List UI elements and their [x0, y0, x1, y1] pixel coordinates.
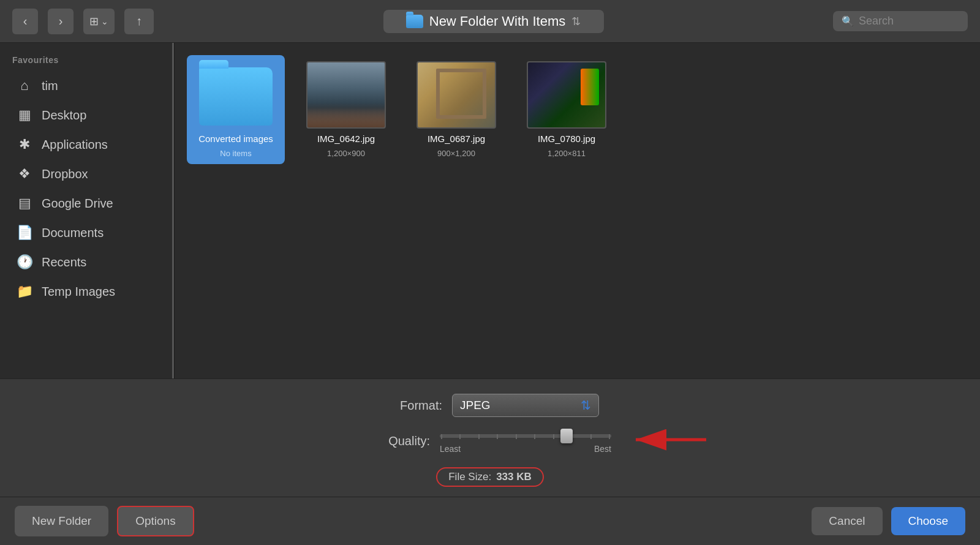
- search-icon: 🔍: [842, 15, 854, 27]
- quality-label: Quality:: [369, 434, 430, 448]
- file-browser: Converted images No items IMG_0642.jpg 1…: [175, 43, 980, 378]
- sidebar-item-desktop[interactable]: ▦ Desktop: [4, 100, 170, 130]
- sidebar-item-label: Desktop: [42, 108, 86, 122]
- forward-button[interactable]: ›: [48, 9, 74, 34]
- choose-button[interactable]: Choose: [891, 507, 966, 535]
- main-area: Favourites ⌂ tim ▦ Desktop ✱ Application…: [0, 43, 980, 378]
- google-drive-icon: ▤: [16, 195, 33, 212]
- file-name: IMG_0780.jpg: [538, 133, 595, 144]
- recents-icon: 🕐: [16, 254, 33, 271]
- sidebar-item-google-drive[interactable]: ▤ Google Drive: [4, 189, 170, 218]
- slider-ticks: [440, 434, 611, 439]
- tick: [553, 434, 554, 439]
- quality-slider-thumb[interactable]: [560, 429, 573, 443]
- folder-title-text: New Folder With Items: [429, 13, 566, 29]
- folder-icon: [406, 15, 423, 28]
- applications-icon: ✱: [16, 136, 33, 153]
- dropbox-icon: ❖: [16, 165, 33, 182]
- tick: [534, 434, 535, 439]
- cancel-button[interactable]: Cancel: [812, 507, 882, 535]
- image-thumbnail-0687: [417, 61, 496, 129]
- file-item-converted-images[interactable]: Converted images No items: [187, 55, 285, 164]
- tick: [590, 434, 592, 439]
- file-item-img-0780[interactable]: IMG_0780.jpg 1,200×811: [518, 55, 616, 164]
- back-button[interactable]: ‹: [12, 9, 38, 34]
- slider-track: [440, 434, 611, 438]
- quality-slider-container: Least Best: [440, 428, 611, 454]
- upload-icon: ↑: [136, 14, 142, 28]
- buttons-right: Cancel Choose: [812, 507, 965, 535]
- tick: [516, 434, 517, 439]
- file-subtitle: No items: [220, 149, 251, 158]
- bottom-panel: Format: JPEG ⇅ Quality:: [0, 378, 980, 545]
- options-button[interactable]: Options: [117, 506, 194, 536]
- image-thumbnail-0780: [527, 61, 606, 129]
- options-panel: Format: JPEG ⇅ Quality:: [0, 379, 980, 497]
- sidebar-item-dropbox[interactable]: ❖ Dropbox: [4, 159, 170, 189]
- format-select[interactable]: JPEG ⇅: [452, 394, 599, 417]
- sidebar: Favourites ⌂ tim ▦ Desktop ✱ Application…: [0, 43, 175, 378]
- home-icon: ⌂: [16, 77, 33, 94]
- titlebar: ‹ › ⊞ ⌄ ↑ New Folder With Items ⇅ 🔍: [0, 0, 980, 43]
- slider-best-label: Best: [594, 444, 611, 454]
- new-folder-button[interactable]: New Folder: [15, 506, 108, 536]
- slider-labels: Least Best: [440, 444, 611, 454]
- search-input[interactable]: [859, 15, 957, 28]
- sidebar-item-label: Google Drive: [42, 197, 113, 211]
- tick: [497, 434, 498, 439]
- sidebar-item-label: tim: [42, 79, 58, 93]
- folder-thumbnail: [196, 61, 276, 129]
- tick: [441, 434, 442, 439]
- file-name: Converted images: [198, 133, 273, 144]
- format-label: Format:: [381, 399, 442, 413]
- format-chevron-icon: ⇅: [581, 398, 591, 413]
- buttons-left: New Folder Options: [15, 506, 194, 536]
- red-arrow-annotation: [624, 424, 709, 457]
- temp-images-icon: 📁: [16, 283, 33, 300]
- sidebar-resize-handle[interactable]: [172, 43, 174, 378]
- folder-thumb-icon: [199, 67, 273, 126]
- file-subtitle: 1,200×900: [327, 149, 365, 158]
- sidebar-item-recents[interactable]: 🕐 Recents: [4, 247, 170, 277]
- sidebar-item-label: Applications: [42, 138, 108, 152]
- documents-icon: 📄: [16, 224, 33, 241]
- quality-row: Quality:: [369, 428, 611, 454]
- button-bar: New Folder Options Cancel Choose: [0, 497, 980, 545]
- sidebar-section-title: Favourites: [0, 55, 174, 71]
- sidebar-item-temp-images[interactable]: 📁 Temp Images: [4, 277, 170, 306]
- sidebar-item-label: Recents: [42, 255, 86, 269]
- filesize-label: File Size:: [448, 471, 491, 483]
- filesize-value: 333 KB: [496, 471, 532, 483]
- tick: [478, 434, 480, 439]
- file-subtitle: 900×1,200: [437, 149, 475, 158]
- sidebar-item-label: Dropbox: [42, 167, 88, 181]
- search-box[interactable]: 🔍: [833, 11, 968, 31]
- view-chevron-icon: ⌄: [101, 17, 108, 26]
- action-button[interactable]: ↑: [124, 9, 154, 34]
- view-mode-button[interactable]: ⊞ ⌄: [83, 9, 115, 34]
- title-chevron-icon: ⇅: [571, 15, 581, 28]
- sidebar-item-applications[interactable]: ✱ Applications: [4, 130, 170, 159]
- file-name: IMG_0642.jpg: [317, 133, 375, 144]
- tick: [609, 434, 610, 439]
- format-value: JPEG: [460, 399, 491, 412]
- image-thumbnail-0642: [306, 61, 386, 129]
- filesize-badge: File Size: 333 KB: [436, 467, 544, 487]
- grid-icon: ⊞: [89, 15, 99, 28]
- file-item-img-0687[interactable]: IMG_0687.jpg 900×1,200: [407, 55, 505, 164]
- sidebar-item-label: Temp Images: [42, 285, 115, 299]
- file-item-img-0642[interactable]: IMG_0642.jpg 1,200×900: [297, 55, 395, 164]
- folder-title-dropdown[interactable]: New Folder With Items ⇅: [383, 10, 604, 33]
- sidebar-item-tim[interactable]: ⌂ tim: [4, 71, 170, 100]
- slider-least-label: Least: [440, 444, 461, 454]
- sidebar-item-label: Documents: [42, 226, 104, 240]
- desktop-icon: ▦: [16, 107, 33, 124]
- format-row: Format: JPEG ⇅: [381, 394, 599, 417]
- sidebar-item-documents[interactable]: 📄 Documents: [4, 218, 170, 247]
- filesize-row: File Size: 333 KB: [436, 467, 544, 487]
- tick: [459, 434, 461, 439]
- file-name: IMG_0687.jpg: [428, 133, 485, 144]
- file-subtitle: 1,200×811: [548, 149, 586, 158]
- title-center: New Folder With Items ⇅: [164, 10, 823, 33]
